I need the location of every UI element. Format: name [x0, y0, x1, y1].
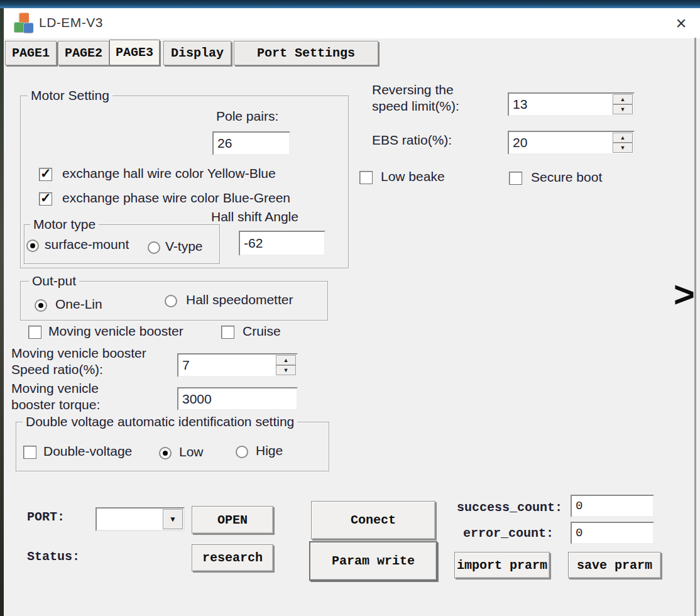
motor-setting-group-label: Motor Setting — [28, 88, 112, 103]
tab-page2[interactable]: PAGE2 — [58, 41, 109, 65]
port-combobox[interactable] — [96, 507, 185, 531]
success-count-label: success_count: — [457, 500, 562, 515]
torque-label-line2: booster torque: — [11, 397, 100, 412]
moving-booster-checkbox[interactable] — [28, 326, 41, 339]
speed-ratio-spin-buttons — [276, 355, 296, 375]
spin-up-icon[interactable] — [613, 133, 633, 143]
moving-booster-label: Moving venicle booster — [48, 324, 183, 339]
speed-ratio-input[interactable] — [178, 355, 266, 376]
spin-down-icon[interactable] — [276, 365, 296, 375]
title-bar: LD-EM-V3 × — [4, 8, 700, 38]
reversing-limit-spin-buttons — [613, 94, 633, 114]
app-icon-block-orange — [19, 13, 29, 23]
surface-mount-label: surface-mount — [45, 237, 129, 252]
one-lin-radio[interactable] — [35, 299, 47, 312]
pole-pairs-label: Pole pairs: — [216, 109, 278, 124]
torque-input[interactable] — [177, 387, 298, 410]
speed-ratio-label-line1: Moving venicle booster — [11, 346, 146, 361]
ebs-ratio-label: EBS ratio(%): — [372, 133, 452, 148]
app-icon-block-blue — [23, 23, 33, 33]
research-button-label: research — [202, 551, 263, 565]
low-beake-label: Low beake — [381, 169, 445, 184]
spin-up-icon[interactable] — [613, 94, 633, 104]
double-voltage-group-label: Double voltage automatic identification … — [23, 414, 297, 429]
param-write-button[interactable]: Param write — [309, 541, 437, 581]
reversing-limit-spinner — [508, 92, 635, 116]
expand-arrow[interactable]: > — [674, 275, 695, 313]
open-button[interactable]: OPEN — [192, 506, 273, 534]
exchange-hall-checkbox[interactable] — [39, 168, 52, 181]
motor-type-group-label: Motor type — [30, 217, 99, 232]
torque-label-line1: Moving venicle — [11, 381, 99, 396]
speed-ratio-label-line2: Speed ratio(%): — [11, 362, 103, 377]
hall-shift-angle-label: Hall shift Angle — [211, 209, 298, 224]
speed-ratio-spinner — [177, 353, 298, 377]
tab-page2-label: PAGE2 — [65, 46, 102, 60]
reversing-limit-input[interactable] — [509, 94, 601, 115]
voltage-low-radio[interactable] — [159, 447, 172, 459]
chevron-down-icon[interactable] — [163, 509, 183, 529]
spin-up-icon[interactable] — [276, 355, 296, 365]
secure-boot-label: Secure boot — [531, 170, 602, 185]
v-type-radio[interactable] — [148, 241, 160, 254]
secure-boot-checkbox[interactable] — [509, 172, 522, 185]
port-label: PORT: — [27, 510, 65, 524]
voltage-hige-radio[interactable] — [236, 446, 248, 458]
ebs-ratio-spinner — [508, 131, 635, 155]
tab-port-settings-label: Port Settings — [257, 46, 355, 60]
pole-pairs-input[interactable] — [212, 131, 290, 155]
tab-port-settings[interactable]: Port Settings — [234, 41, 378, 65]
desktop-backdrop-top — [0, 0, 700, 8]
ebs-ratio-input[interactable] — [509, 132, 601, 153]
spin-down-icon[interactable] — [613, 104, 633, 114]
open-button-label: OPEN — [217, 513, 248, 527]
error-count-input[interactable] — [571, 522, 654, 544]
window-right-border — [694, 38, 696, 616]
one-lin-label: One-Lin — [55, 297, 102, 312]
research-button[interactable]: research — [192, 544, 273, 571]
exchange-hall-label: exchange hall wire color Yellow-Blue — [62, 166, 276, 181]
low-beake-checkbox[interactable] — [359, 171, 373, 184]
tab-page1[interactable]: PAGE1 — [5, 41, 57, 65]
exchange-phase-label: exchange phase wire color Blue-Green — [62, 190, 290, 206]
error-count-label: error_count: — [463, 526, 554, 541]
success-count-input[interactable] — [571, 495, 654, 517]
cruise-label: Cruise — [243, 324, 281, 339]
conect-button-label: Conect — [351, 513, 396, 527]
app-icon — [14, 13, 34, 34]
tab-page1-label: PAGE1 — [12, 46, 50, 60]
tab-page3[interactable]: PAGE3 — [109, 40, 160, 65]
save-prarm-button-label: save prarm — [577, 558, 652, 573]
ebs-ratio-spin-buttons — [613, 133, 633, 153]
hall-shift-angle-input[interactable] — [239, 231, 325, 256]
window-title: LD-EM-V3 — [39, 15, 103, 30]
param-write-button-label: Param write — [332, 554, 415, 568]
cruise-checkbox[interactable] — [221, 326, 234, 339]
reversing-limit-label-line2: speed limit(%): — [372, 99, 459, 114]
tab-display[interactable]: Display — [163, 41, 231, 65]
conect-button[interactable]: Conect — [311, 501, 435, 539]
import-prarm-button-label: import prarm — [457, 558, 547, 573]
exchange-phase-checkbox[interactable] — [39, 192, 52, 206]
close-icon[interactable]: × — [670, 13, 692, 34]
hall-speedometter-radio[interactable] — [165, 295, 177, 307]
reversing-limit-label-line1: Reversing the — [372, 82, 454, 97]
screenshot-stage: LD-EM-V3 × PAGE1 PAGE2 PAGE3 Display Por… — [0, 0, 700, 616]
double-voltage-label: Double-voltage — [43, 444, 132, 459]
save-prarm-button[interactable]: save prarm — [568, 552, 661, 578]
spin-down-icon[interactable] — [613, 143, 633, 153]
import-prarm-button[interactable]: import prarm — [454, 552, 550, 578]
surface-mount-radio[interactable] — [26, 239, 39, 252]
tab-page3-label: PAGE3 — [116, 45, 153, 60]
double-voltage-checkbox[interactable] — [23, 446, 36, 459]
v-type-label: V-type — [165, 239, 203, 254]
output-group-label: Out-put — [29, 273, 79, 289]
tab-display-label: Display — [171, 46, 224, 60]
status-label: Status: — [27, 549, 80, 564]
voltage-hige-label: Hige — [256, 443, 283, 458]
voltage-low-label: Low — [179, 444, 204, 459]
app-icon-block-green — [14, 22, 24, 32]
hall-speedometter-label: Hall speedometter — [186, 292, 293, 307]
